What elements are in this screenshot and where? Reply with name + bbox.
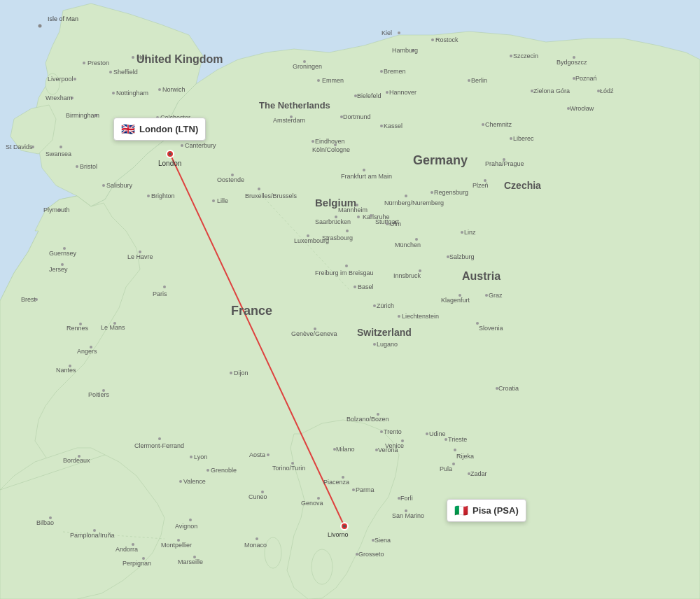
svg-text:Isle of Man: Isle of Man xyxy=(48,15,78,22)
svg-text:Jersey: Jersey xyxy=(49,266,68,273)
svg-point-96 xyxy=(189,519,192,521)
svg-text:Nottingham: Nottingham xyxy=(116,90,148,97)
svg-point-10 xyxy=(265,537,281,568)
svg-text:Preston: Preston xyxy=(88,59,109,66)
svg-text:Guernsey: Guernsey xyxy=(49,250,77,257)
svg-point-38 xyxy=(158,88,161,91)
svg-text:Bydgoszcz: Bydgoszcz xyxy=(556,59,587,66)
svg-text:Plymouth: Plymouth xyxy=(43,206,70,213)
svg-text:Avignon: Avignon xyxy=(175,523,197,530)
svg-text:Poitiers: Poitiers xyxy=(88,391,110,398)
svg-text:Klagenfurt: Klagenfurt xyxy=(441,297,470,304)
svg-point-166 xyxy=(373,304,376,307)
svg-point-158 xyxy=(510,55,512,57)
svg-text:Regensburg: Regensburg xyxy=(434,189,468,196)
svg-point-160 xyxy=(482,123,484,126)
london-label: London (LTN) xyxy=(139,124,198,134)
pisa-flag: 🇮🇹 xyxy=(454,504,468,517)
svg-text:Rostock: Rostock xyxy=(435,36,458,43)
svg-text:Le Havre: Le Havre xyxy=(127,253,153,260)
svg-text:Paris: Paris xyxy=(153,290,167,297)
svg-text:Praha/Prague: Praha/Prague xyxy=(485,160,524,167)
svg-text:Bolzano/Bozen: Bolzano/Bozen xyxy=(346,416,389,423)
pisa-label: Pisa (PSA) xyxy=(472,505,519,516)
svg-text:Graz: Graz xyxy=(489,292,503,299)
svg-point-120 xyxy=(431,38,434,41)
svg-point-82 xyxy=(190,456,192,458)
svg-text:Dortmund: Dortmund xyxy=(343,113,371,120)
svg-point-178 xyxy=(461,231,463,234)
svg-text:Angers: Angers xyxy=(77,348,97,355)
svg-point-104 xyxy=(258,188,260,190)
svg-point-170 xyxy=(398,315,400,318)
svg-text:Sheffield: Sheffield xyxy=(113,69,138,76)
svg-text:Kiel: Kiel xyxy=(382,29,392,36)
svg-text:Norwich: Norwich xyxy=(162,86,186,93)
svg-text:Pula: Pula xyxy=(440,465,452,472)
svg-text:Plzeň: Plzeň xyxy=(472,182,489,189)
svg-text:Monaco: Monaco xyxy=(244,542,267,549)
svg-text:Le Mans: Le Mans xyxy=(101,324,125,331)
svg-point-100 xyxy=(212,199,215,202)
svg-point-24 xyxy=(38,24,42,28)
svg-point-162 xyxy=(354,286,356,288)
svg-text:Siena: Siena xyxy=(374,537,391,544)
svg-point-202 xyxy=(352,488,355,491)
svg-text:Montpellier: Montpellier xyxy=(161,542,192,549)
svg-text:Bordeaux: Bordeaux xyxy=(63,457,90,464)
svg-point-122 xyxy=(380,70,383,73)
svg-point-156 xyxy=(468,79,470,82)
svg-text:Genova: Genova xyxy=(301,500,323,507)
svg-point-180 xyxy=(485,294,488,297)
svg-text:Zadar: Zadar xyxy=(470,470,487,477)
svg-text:Poznań: Poznań xyxy=(575,75,597,82)
svg-point-80 xyxy=(158,437,161,440)
svg-point-148 xyxy=(405,195,407,197)
svg-point-112 xyxy=(312,140,314,143)
svg-point-152 xyxy=(386,223,388,225)
svg-text:Oostende: Oostende xyxy=(217,176,244,183)
svg-text:Köln/Cologne: Köln/Cologne xyxy=(312,146,350,153)
svg-text:Croatia: Croatia xyxy=(498,385,519,392)
svg-text:Swansea: Swansea xyxy=(46,150,71,157)
svg-text:Czechia: Czechia xyxy=(504,180,541,191)
svg-text:Perpignan: Perpignan xyxy=(122,560,151,567)
svg-text:San Marino: San Marino xyxy=(392,512,424,519)
svg-text:Groningen: Groningen xyxy=(293,63,322,70)
svg-text:Hull: Hull xyxy=(136,54,148,61)
svg-text:Salisbury: Salisbury xyxy=(106,182,133,189)
svg-point-110 xyxy=(317,79,320,82)
svg-text:Basel: Basel xyxy=(358,283,374,290)
svg-text:Slovenia: Slovenia xyxy=(479,325,503,332)
svg-text:Kassel: Kassel xyxy=(384,122,402,129)
svg-text:München: München xyxy=(395,241,421,248)
svg-point-36 xyxy=(112,92,115,94)
svg-text:Chemnitz: Chemnitz xyxy=(485,121,512,128)
svg-point-9 xyxy=(312,549,332,584)
svg-text:Cuneo: Cuneo xyxy=(248,493,267,500)
svg-point-26 xyxy=(83,62,85,64)
svg-text:Linz: Linz xyxy=(464,229,476,236)
svg-text:Udine: Udine xyxy=(429,430,446,437)
svg-point-190 xyxy=(267,453,270,456)
svg-text:Wrexham: Wrexham xyxy=(46,94,72,101)
svg-text:Trieste: Trieste xyxy=(448,436,467,443)
svg-text:Emmen: Emmen xyxy=(322,77,344,84)
svg-text:Eindhoven: Eindhoven xyxy=(315,138,345,145)
svg-point-84 xyxy=(179,480,182,483)
svg-text:Bruxelles/Brussels: Bruxelles/Brussels xyxy=(245,192,298,199)
london-flag: 🇬🇧 xyxy=(121,122,135,136)
svg-text:Piacenza: Piacenza xyxy=(323,479,349,486)
svg-text:Germany: Germany xyxy=(413,153,468,167)
svg-text:United Kingdom: United Kingdom xyxy=(136,53,223,65)
svg-text:Hannover: Hannover xyxy=(389,89,416,96)
svg-point-28 xyxy=(132,56,134,59)
svg-point-154 xyxy=(415,238,418,241)
svg-text:Clermont-Ferrand: Clermont-Ferrand xyxy=(134,442,184,449)
svg-text:Liberec: Liberec xyxy=(513,135,534,142)
svg-point-188 xyxy=(510,137,512,140)
svg-text:Saarbrücken: Saarbrücken xyxy=(315,218,351,225)
svg-text:Bilbao: Bilbao xyxy=(36,519,54,526)
svg-point-140 xyxy=(357,216,360,218)
svg-text:Salzburg: Salzburg xyxy=(449,253,475,260)
